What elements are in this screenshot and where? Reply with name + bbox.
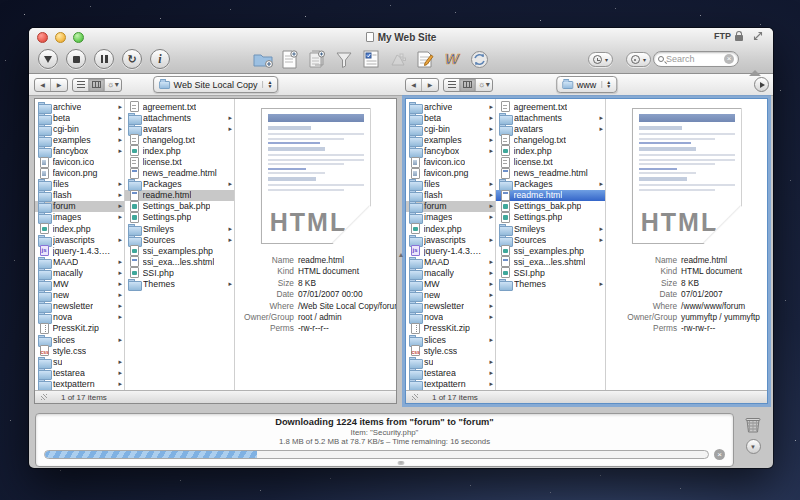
file-row[interactable]: favicon.png ▸ <box>406 168 495 179</box>
file-row[interactable]: javascripts ▸ <box>35 234 124 245</box>
file-row[interactable]: ssi_exa...les.shtml ▸ <box>496 256 605 267</box>
file-row[interactable]: Themes ▸ <box>125 279 234 290</box>
file-row[interactable]: macally ▸ <box>35 267 124 278</box>
file-row[interactable]: macally ▸ <box>406 267 495 278</box>
back-button[interactable]: ◀ <box>35 79 51 91</box>
file-row[interactable]: cgi-bin ▸ <box>406 123 495 134</box>
minimize-button[interactable] <box>55 32 66 43</box>
file-row[interactable]: images ▸ <box>35 212 124 223</box>
file-row[interactable]: archive ▸ <box>35 101 124 112</box>
file-row[interactable]: news_readme.html ▸ <box>125 168 234 179</box>
file-row[interactable]: changelog.txt ▸ <box>125 134 234 145</box>
refresh-button[interactable]: ↻ <box>122 49 142 69</box>
titlebar[interactable]: My Web Site FTP <box>29 28 773 46</box>
file-row[interactable]: agreement.txt ▸ <box>125 101 234 112</box>
file-row[interactable]: favicon.ico ▸ <box>406 156 495 167</box>
file-row[interactable]: images ▸ <box>406 212 495 223</box>
file-row[interactable]: new ▸ <box>406 290 495 301</box>
file-row[interactable]: MAAD ▸ <box>35 256 124 267</box>
file-row[interactable]: new ▸ <box>35 290 124 301</box>
filter-button[interactable] <box>334 49 354 69</box>
file-row[interactable]: files ▸ <box>406 179 495 190</box>
file-row[interactable]: style.css ▸ <box>406 345 495 356</box>
file-row[interactable]: files ▸ <box>35 179 124 190</box>
file-row[interactable]: SSI.php ▸ <box>125 267 234 278</box>
file-row[interactable]: attachments ▸ <box>125 112 234 123</box>
file-row[interactable]: beta ▸ <box>406 112 495 123</box>
file-row[interactable]: Smileys ▸ <box>496 223 605 234</box>
file-row[interactable]: archive ▸ <box>406 101 495 112</box>
file-row[interactable]: nova ▸ <box>406 312 495 323</box>
file-row[interactable]: flash ▸ <box>406 190 495 201</box>
actions-dropdown[interactable]: ▾ <box>626 52 651 67</box>
action-menu-button[interactable]: ☼▾ <box>105 79 121 91</box>
sync-button[interactable] <box>469 49 489 69</box>
file-row[interactable]: avatars ▸ <box>125 123 234 134</box>
file-row[interactable]: MAAD ▸ <box>406 256 495 267</box>
file-row[interactable]: jquery-1.4.3.min.js ▸ <box>35 245 124 256</box>
file-row[interactable]: PressKit.zip ▸ <box>35 323 124 334</box>
file-row[interactable]: favicon.png ▸ <box>35 168 124 179</box>
file-row[interactable]: Settings.php ▸ <box>496 212 605 223</box>
file-row[interactable]: Sources ▸ <box>125 234 234 245</box>
file-row[interactable]: Settings_bak.php ▸ <box>125 201 234 212</box>
file-row[interactable]: su ▸ <box>35 356 124 367</box>
column-view-button[interactable] <box>89 79 105 91</box>
file-row[interactable]: examples ▸ <box>35 134 124 145</box>
file-row[interactable]: forum ▸ <box>35 201 124 212</box>
file-row[interactable]: su ▸ <box>406 356 495 367</box>
file-row[interactable]: cgi-bin ▸ <box>35 123 124 134</box>
file-row[interactable]: index.php ▸ <box>496 145 605 156</box>
list-view-button[interactable] <box>444 79 460 91</box>
close-button[interactable] <box>37 32 48 43</box>
file-row[interactable]: newsletter ▸ <box>35 301 124 312</box>
expand-queue-button[interactable]: ▼ <box>746 439 761 454</box>
file-row[interactable]: attachments ▸ <box>496 112 605 123</box>
file-row[interactable]: index.php ▸ <box>125 145 234 156</box>
file-row[interactable]: index.php ▸ <box>406 223 495 234</box>
resize-handle-icon[interactable] <box>412 394 418 400</box>
file-row[interactable]: agreement.txt ▸ <box>496 101 605 112</box>
file-row[interactable]: newsletter ▸ <box>406 301 495 312</box>
file-row[interactable]: Settings.php ▸ <box>125 212 234 223</box>
file-row[interactable]: textpattern ▸ <box>406 378 495 389</box>
file-row[interactable]: news_readme.html ▸ <box>496 168 605 179</box>
queue-basket-icon[interactable] <box>743 414 763 434</box>
new-folder-button[interactable] <box>253 49 273 69</box>
file-row[interactable]: index.php ▸ <box>35 223 124 234</box>
clear-search-icon[interactable]: × <box>724 54 734 64</box>
file-row[interactable]: testarea ▸ <box>35 367 124 378</box>
splitter-arrow-icon[interactable]: ▲ <box>398 251 405 258</box>
history-dropdown[interactable]: ▾ <box>588 52 613 67</box>
file-row[interactable]: beta ▸ <box>35 112 124 123</box>
file-row[interactable]: testarea ▸ <box>406 367 495 378</box>
demolish-button[interactable] <box>388 49 408 69</box>
file-row[interactable]: MW ▸ <box>35 279 124 290</box>
file-row[interactable]: SSI.php ▸ <box>496 267 605 278</box>
file-row[interactable]: flash ▸ <box>35 190 124 201</box>
file-row[interactable]: favicon.ico ▸ <box>35 156 124 167</box>
forward-button[interactable]: ▶ <box>422 79 438 91</box>
resize-handle-icon[interactable] <box>41 394 47 400</box>
disconnect-button[interactable] <box>749 53 764 71</box>
file-row[interactable]: MW ▸ <box>406 279 495 290</box>
pause-button[interactable] <box>94 49 114 69</box>
file-row[interactable]: Packages ▸ <box>125 179 234 190</box>
file-row[interactable]: slices ▸ <box>406 334 495 345</box>
back-button[interactable]: ◀ <box>406 79 422 91</box>
file-row[interactable]: examples ▸ <box>406 134 495 145</box>
file-row[interactable]: ssi_exa...les.shtml ▸ <box>125 256 234 267</box>
file-row[interactable]: textpattern ▸ <box>35 378 124 389</box>
file-row[interactable]: readme.html ▸ <box>125 190 234 201</box>
file-row[interactable]: style.css ▸ <box>35 345 124 356</box>
file-row[interactable]: Sources ▸ <box>496 234 605 245</box>
file-row[interactable]: changelog.txt ▸ <box>496 134 605 145</box>
cancel-transfer-button[interactable]: × <box>714 449 725 460</box>
file-row[interactable]: javascripts ▸ <box>406 234 495 245</box>
file-row[interactable]: forum ▸ <box>406 201 495 212</box>
file-row[interactable]: avatars ▸ <box>496 123 605 134</box>
file-row[interactable]: Settings_bak.php ▸ <box>496 201 605 212</box>
stop-button[interactable] <box>66 49 86 69</box>
search-field[interactable]: × <box>653 51 739 67</box>
file-row[interactable]: fancybox ▸ <box>406 145 495 156</box>
